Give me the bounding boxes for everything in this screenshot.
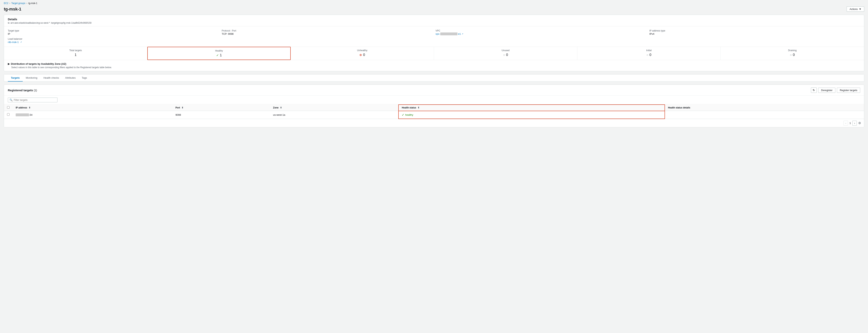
health-sort-icon: ⬍ — [417, 107, 420, 109]
actions-button[interactable]: Actions ▼ — [847, 6, 864, 12]
col-ip-address[interactable]: IP address ⬍ — [12, 104, 172, 111]
col-health-status[interactable]: Health status ⬍ — [399, 104, 665, 111]
distribution-subtitle: Select values in this table to see corre… — [11, 66, 860, 69]
health-status-check-icon: ✓ — [402, 113, 404, 117]
stat-healthy-value: ✓ 1 — [152, 53, 286, 57]
vpc-link[interactable]: vpc- e1 — [436, 32, 461, 35]
distribution-title-text: Distribution of targets by Availability … — [11, 62, 66, 65]
protocol-port-label: Protocol : Port — [222, 29, 433, 32]
select-all-checkbox[interactable] — [7, 106, 9, 109]
target-type-label: Target type — [8, 29, 219, 32]
refresh-button[interactable]: ↻ — [811, 87, 817, 93]
detail-ip-address-type: IP address type IPv4 — [649, 29, 860, 35]
pagination-next-button[interactable]: › — [852, 121, 857, 126]
stat-unused: Unused ○ 0 — [434, 47, 577, 60]
unused-icon: ○ — [503, 53, 505, 57]
zone-sort-icon: ⬍ — [280, 107, 282, 109]
content-area: Details ⧉ arn:aws:elasticloadbalancing:u… — [0, 15, 868, 131]
table-settings-button[interactable]: ⚙ — [858, 121, 861, 125]
stat-unhealthy-num: 0 — [363, 53, 365, 57]
actions-chevron-icon: ▼ — [859, 8, 861, 10]
targets-table: IP address ⬍ Port ⬍ Zone ⬍ Health stat — [4, 104, 864, 119]
stat-total-value: 1 — [8, 53, 143, 57]
vpc-label: VPC — [436, 29, 646, 32]
breadcrumb-ec2-link[interactable]: EC2 — [4, 2, 8, 5]
search-input[interactable] — [14, 98, 56, 101]
register-targets-button[interactable]: Register targets — [837, 88, 860, 93]
protocol-port-value: TCP: 9098 — [222, 32, 433, 35]
breadcrumb-current: tg-msk-1 — [28, 2, 37, 5]
load-balancer-ext-icon: ↗ — [20, 41, 22, 43]
ip-blur — [16, 114, 29, 116]
details-grid: Target type IP Protocol : Port TCP: 9098… — [8, 29, 860, 35]
breadcrumb: EC2 › Target groups › tg-msk-1 — [0, 0, 868, 6]
distribution-title[interactable]: ▶ Distribution of targets by Availabilit… — [8, 62, 860, 65]
stat-healthy-label: Healthy — [152, 50, 286, 52]
tab-monitoring[interactable]: Monitoring — [23, 74, 40, 82]
copy-icon[interactable]: ⧉ — [8, 22, 9, 24]
pagination-prev-button[interactable]: ‹ — [844, 121, 848, 126]
stat-draining-num: 0 — [793, 53, 795, 57]
row-checkbox[interactable] — [7, 113, 9, 116]
load-balancer-value: nlb-msk-1 ↗ — [8, 41, 860, 43]
tab-targets[interactable]: Targets — [8, 74, 23, 82]
tab-tags[interactable]: Tags — [79, 74, 90, 82]
detail-target-type: Target type IP — [8, 29, 219, 35]
healthy-check-icon: ✓ — [216, 54, 219, 57]
row-port: 9098 — [172, 111, 270, 119]
tab-attributes[interactable]: Attributes — [62, 74, 79, 82]
health-status-text: healthy — [405, 114, 413, 116]
page-header: tg-msk-1 Actions ▼ — [0, 6, 868, 15]
load-balancer-link[interactable]: nlb-msk-1 — [8, 41, 19, 43]
stat-unhealthy-label: Unhealthy — [294, 49, 430, 52]
deregister-button[interactable]: Deregister — [818, 88, 835, 93]
stat-unused-label: Unused — [438, 49, 573, 52]
stat-healthy-num: 1 — [220, 53, 222, 57]
details-card: Details ⧉ arn:aws:elasticloadbalancing:u… — [4, 15, 864, 71]
vpc-value: vpc- e1 ↗ — [436, 32, 646, 35]
distribution-section: ▶ Distribution of targets by Availabilit… — [4, 60, 864, 71]
row-ip-address: .54 — [12, 111, 172, 119]
breadcrumb-sep-1: › — [9, 2, 10, 5]
stat-draining: Draining ○ 0 — [721, 47, 864, 60]
search-icon: 🔍 — [9, 98, 12, 101]
row-checkbox-cell — [4, 111, 12, 119]
stat-initial-num: 0 — [649, 53, 651, 57]
stat-initial: Initial ○ 0 — [577, 47, 721, 60]
registered-title: Registered targets (1) — [8, 89, 37, 92]
initial-icon: ○ — [646, 53, 648, 57]
table-header-row: IP address ⬍ Port ⬍ Zone ⬍ Health stat — [4, 104, 864, 111]
registered-actions: ↻ Deregister Register targets — [811, 87, 860, 93]
stat-total-label: Total targets — [8, 49, 143, 52]
stat-unhealthy: Unhealthy ⊗ 0 — [291, 47, 434, 60]
filter-bar: 🔍 — [4, 96, 864, 104]
stat-initial-value: ○ 0 — [581, 53, 717, 57]
col-port[interactable]: Port ⬍ — [172, 104, 270, 111]
select-all-cell — [4, 104, 12, 111]
page-title: tg-msk-1 — [4, 7, 21, 12]
breadcrumb-target-groups-link[interactable]: Target groups — [11, 2, 25, 5]
arn-text: arn:aws:elasticloadbalancing:us-west-* :… — [10, 22, 91, 24]
stat-total-targets: Total targets 1 — [4, 47, 147, 60]
breadcrumb-sep-2: › — [27, 2, 27, 5]
load-balancer-row: Load balancer nlb-msk-1 ↗ — [8, 38, 860, 43]
stat-unhealthy-value: ⊗ 0 — [294, 53, 430, 57]
detail-protocol-port: Protocol : Port TCP: 9098 — [222, 29, 433, 35]
ip-sort-icon: ⬍ — [29, 107, 31, 109]
vpc-external-icon: ↗ — [462, 33, 463, 35]
stat-unused-num: 0 — [506, 53, 508, 57]
table-wrap: IP address ⬍ Port ⬍ Zone ⬍ Health stat — [4, 104, 864, 119]
load-balancer-label: Load balancer — [8, 38, 860, 40]
col-zone[interactable]: Zone ⬍ — [270, 104, 399, 111]
vpc-suffix: e1 — [458, 32, 461, 35]
tab-health-checks[interactable]: Health checks — [40, 74, 62, 82]
details-title: Details — [8, 18, 860, 21]
health-status-cell: ✓ healthy — [402, 113, 661, 117]
details-body: Target type IP Protocol : Port TCP: 9098… — [4, 26, 864, 47]
filter-input-wrap: 🔍 — [8, 97, 57, 102]
vpc-text: vpc- — [436, 32, 440, 35]
distribution-chevron-icon: ▶ — [8, 62, 10, 65]
detail-vpc: VPC vpc- e1 ↗ — [436, 29, 646, 35]
pagination-page-number: 1 — [849, 122, 851, 124]
stat-healthy: Healthy ✓ 1 — [147, 47, 291, 60]
